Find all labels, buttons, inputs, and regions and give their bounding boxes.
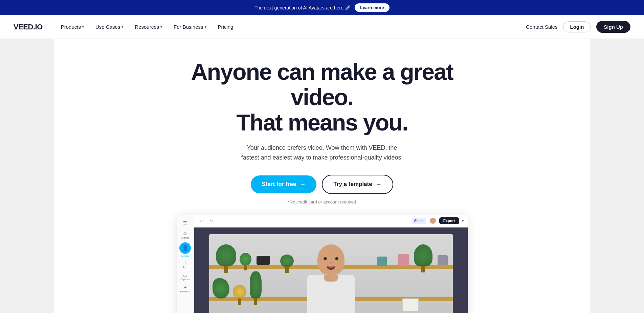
try-template-button[interactable]: Try a template →	[322, 175, 393, 194]
video-frame: RECORDING	[209, 234, 453, 313]
arrow-icon: →	[299, 181, 306, 188]
editor-main: ↩ ↪ Share Export ▾	[194, 215, 468, 313]
tall-plant	[250, 271, 262, 305]
nav-right: Contact Sales Login Sign Up	[526, 21, 630, 33]
redo-icon[interactable]: ↪	[208, 217, 216, 224]
start-free-button[interactable]: Start for free →	[251, 175, 316, 193]
main-content: Anyone can make a great video. That mean…	[54, 39, 590, 313]
banner-text: The next generation of AI Avatars are he…	[254, 5, 351, 10]
yellow-flowers	[233, 285, 246, 305]
sidebar-media-label: Media	[181, 255, 189, 258]
outer-bg: Anyone can make a great video. That mean…	[0, 39, 644, 313]
nav-links: Products ▾ Use Cases ▾ Resources ▾ For B…	[56, 21, 526, 32]
logo[interactable]: VEED.IO	[14, 23, 43, 31]
plant-small-1	[240, 253, 251, 270]
top-banner: The next generation of AI Avatars are he…	[0, 0, 644, 15]
signup-button[interactable]: Sign Up	[596, 21, 630, 33]
save-indicator[interactable]: Share	[412, 218, 426, 224]
export-button[interactable]: Export	[439, 217, 459, 224]
user-avatar	[429, 217, 437, 224]
chevron-icon: ▾	[82, 25, 84, 29]
mug-item	[377, 257, 387, 266]
pink-pot	[398, 254, 409, 266]
editor-topbar: ↩ ↪ Share Export ▾	[194, 215, 468, 227]
nav-products[interactable]: Products ▾	[56, 21, 89, 32]
contact-sales-link[interactable]: Contact Sales	[526, 24, 557, 30]
plant-large-left	[216, 244, 236, 273]
polaroid-camera	[402, 298, 419, 311]
nav-resources[interactable]: Resources ▾	[130, 21, 167, 32]
undo-icon[interactable]: ↩	[198, 217, 206, 224]
no-credit-card-text: *No credit card or account required	[288, 199, 356, 204]
sidebar-captions-icon[interactable]: ▭ Captions	[180, 272, 190, 282]
plant-round	[280, 255, 294, 273]
ivy-plant	[213, 278, 229, 298]
hero-title: Anyone can make a great video. That mean…	[170, 59, 474, 135]
editor-canvas: RECORDING	[194, 227, 468, 313]
sidebar-elements-icon[interactable]: ✦ Elements	[180, 284, 190, 294]
login-button[interactable]: Login	[563, 21, 591, 32]
sidebar-media-icon[interactable]: 👤	[179, 242, 191, 254]
more-options-icon[interactable]: ▾	[462, 219, 464, 223]
learn-more-button[interactable]: Learn more	[355, 3, 390, 12]
sidebar-menu-icon[interactable]: ☰	[180, 218, 190, 228]
nav-for-business[interactable]: For Business ▾	[169, 21, 211, 32]
arrow-icon: →	[376, 181, 382, 188]
gray-pot	[438, 255, 448, 265]
presenter-figure	[297, 241, 365, 313]
hero-subtitle: Your audience prefers video. Wow them wi…	[241, 143, 403, 163]
editor-preview: ☰ ⚙ Settings 👤 Media T Text	[177, 215, 468, 313]
chevron-icon: ▾	[121, 25, 123, 29]
chevron-icon: ▾	[160, 25, 162, 29]
camera-item	[257, 256, 270, 265]
nav-pricing[interactable]: Pricing	[213, 21, 238, 32]
navbar: VEED.IO Products ▾ Use Cases ▾ Resources…	[0, 15, 644, 39]
fern-plant	[414, 244, 432, 272]
sidebar-text-icon[interactable]: T Text	[180, 260, 190, 270]
cta-buttons: Start for free → Try a template →	[251, 175, 393, 194]
chevron-icon: ▾	[205, 25, 206, 29]
nav-use-cases[interactable]: Use Cases ▾	[91, 21, 128, 32]
editor-sidebar: ☰ ⚙ Settings 👤 Media T Text	[177, 215, 194, 313]
sidebar-settings-icon[interactable]: ⚙ Settings	[180, 230, 190, 240]
